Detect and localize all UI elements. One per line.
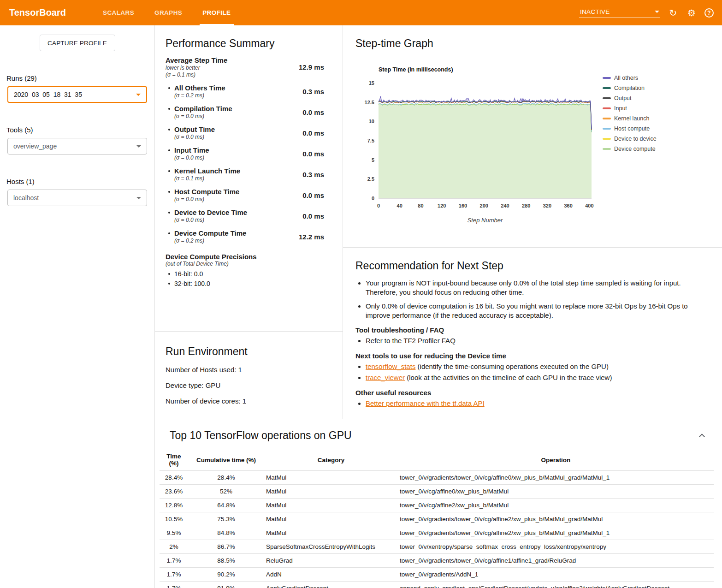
precision-item: 16-bit: 0.0 [166, 270, 324, 278]
metric-value: 0.0 ms [302, 150, 324, 158]
refresh-icon[interactable]: ↻ [668, 7, 679, 18]
metric-name: Kernel Launch Time [174, 167, 240, 175]
ops-table-row: 23.6%52%MatMultower_0/v/cg/affine0/xw_pl… [160, 485, 714, 499]
run-environment-section: Run Environment Number of Hosts used: 1D… [155, 332, 343, 405]
perf-summary-item: Output Time(σ = 0.0 ms)0.0 ms [166, 125, 324, 140]
perf-summary-item: Host Compute Time(σ = 0.0 ms)0.0 ms [166, 188, 324, 202]
metric-name: All Others Time [174, 84, 225, 92]
svg-text:120: 120 [438, 203, 446, 208]
svg-text:Step Number: Step Number [468, 217, 503, 224]
svg-text:280: 280 [522, 203, 530, 208]
svg-text:400: 400 [585, 203, 593, 208]
legend-label: All others [614, 75, 638, 81]
ops-cell: 91.9% [188, 582, 264, 588]
bullet-icon [168, 108, 170, 110]
ops-table-row: 12.8%64.8%MatMultower_0/v/cg/affine2/xw_… [160, 499, 714, 512]
tab-graphs[interactable]: GRAPHS [144, 0, 192, 25]
header-actions: INACTIVE ↻ ⚙ ? [579, 7, 714, 18]
ops-table-row: 28.4%28.4%MatMultower_0/v/gradients/towe… [160, 471, 714, 485]
ops-cell: MatMul [264, 512, 398, 526]
collapse-section-button[interactable] [696, 430, 707, 441]
sidebar: CAPTURE PROFILE Runs (29) 2020_03_05_18_… [0, 25, 154, 588]
ops-cell: tower_0/v/cg/affine0/xw_plus_b/MatMul [398, 485, 714, 499]
ops-cell: tower_0/v/gradients/tower_0/v/cg/affine0… [398, 471, 714, 485]
metric-value: 12.9 ms [299, 63, 324, 71]
recommendation-bullets: Your program is NOT input-bound because … [355, 279, 701, 320]
help-icon[interactable]: ? [704, 8, 714, 18]
ops-cell: AddN [264, 568, 398, 582]
tools-dropdown-value: overview_page [13, 143, 57, 150]
faq-list: Refer to the TF2 Profiler FAQ [355, 336, 701, 345]
legend-item: Device compute [603, 146, 657, 152]
legend-item: Input [603, 105, 657, 112]
recommendation-bullet: Your program is NOT input-bound because … [366, 279, 701, 297]
legend-swatch [603, 118, 611, 119]
precision-item: 32-bit: 100.0 [166, 280, 324, 287]
settings-gear-icon[interactable]: ⚙ [686, 7, 697, 18]
tfdata-api-link[interactable]: Better performance with the tf.data API [366, 399, 485, 407]
runs-dropdown[interactable]: 2020_03_05_18_31_35 [7, 86, 147, 103]
tab-profile[interactable]: PROFILE [192, 0, 241, 25]
legend-item: Compilation [603, 85, 657, 91]
perf-summary-item: Compilation Time(σ = 0.0 ms)0.0 ms [166, 105, 324, 119]
faq-title: Tool troubleshooting / FAQ [355, 326, 701, 334]
graph-column: Step-time Graph Step Time (in millisecon… [343, 25, 722, 419]
metric-note: lower is better [166, 65, 227, 71]
legend-label: Output [614, 95, 632, 101]
tool-link[interactable]: trace_viewer [366, 374, 405, 381]
metric-name: Host Compute Time [174, 188, 239, 196]
legend-label: Kernel launch [614, 115, 649, 122]
legend-swatch [603, 148, 611, 150]
precision-value: 32-bit: 100.0 [174, 280, 210, 287]
ops-cell: 52% [188, 485, 264, 499]
tab-scalars[interactable]: SCALARS [93, 0, 144, 25]
ops-cell: MatMul [264, 499, 398, 512]
ops-cell: 90.2% [188, 568, 264, 582]
ops-cell: 23.6% [160, 485, 188, 499]
capture-profile-button[interactable]: CAPTURE PROFILE [40, 35, 115, 51]
metric-sigma: (σ = 0.2 ms) [174, 92, 225, 99]
hosts-dropdown[interactable]: localhost [7, 190, 147, 206]
faq-item: Refer to the TF2 Profiler FAQ [366, 336, 701, 345]
bullet-icon [168, 170, 170, 172]
svg-text:0: 0 [377, 203, 380, 208]
svg-text:7.5: 7.5 [367, 138, 374, 143]
precisions-title: Device Compute Precisions [166, 253, 324, 261]
svg-text:10: 10 [369, 119, 374, 124]
nav-tabs: SCALARSGRAPHSPROFILE [93, 0, 241, 25]
precisions-note: (out of Total Device Time) [166, 261, 324, 267]
precision-value: 16-bit: 0.0 [174, 270, 203, 278]
ops-cell: 2% [160, 540, 188, 554]
perf-summary-item: All Others Time(σ = 0.2 ms)0.3 ms [166, 84, 324, 99]
tools-dropdown[interactable]: overview_page [7, 138, 147, 154]
metric-value: 0.0 ms [302, 191, 324, 199]
status-dropdown[interactable]: INACTIVE [579, 7, 660, 18]
ops-cell: tower_0/v/gradients/tower_0/v/cg/affine2… [398, 512, 714, 526]
metric-sigma: (σ = 0.2 ms) [174, 238, 246, 244]
ops-table-row: 10.5%75.3%MatMultower_0/v/gradients/towe… [160, 512, 714, 526]
chevron-down-icon [136, 94, 141, 96]
average-step-time-row: Average Step Time lower is better (σ = 0… [166, 56, 324, 78]
legend-swatch [603, 97, 611, 99]
ops-cell: MatMul [264, 471, 398, 485]
ops-cell: 10.5% [160, 512, 188, 526]
ops-table-row: 1.7%91.9%ApplyGradientDescentappend_appl… [160, 582, 714, 588]
ops-cell: tower_0/v/gradients/tower_0/v/cg/affine1… [398, 554, 714, 568]
bullet-icon [168, 149, 170, 151]
ops-cell: 64.8% [188, 499, 264, 512]
metric-sigma: (σ = 0.0 ms) [174, 196, 239, 202]
ops-cell: 75.3% [188, 512, 264, 526]
ops-table-row: 1.7%90.2%AddNtower_0/v/gradients/AddN_1 [160, 568, 714, 582]
legend-label: Host compute [614, 125, 650, 132]
bullet-icon [168, 273, 170, 275]
tool-link[interactable]: tensorflow_stats [366, 362, 415, 370]
other-resource-item: Better performance with the tf.data API [366, 399, 701, 408]
step-time-graph-title: Step-time Graph [355, 37, 717, 50]
metric-name: Input Time [174, 146, 209, 154]
ops-cell: ReluGrad [264, 554, 398, 568]
run-environment-lines: Number of Hosts used: 1Device type: GPUN… [166, 366, 332, 405]
step-time-chart[interactable]: 02.557.51012.515040801201602002402803203… [355, 78, 600, 227]
metric-sigma: (σ = 0.0 ms) [174, 217, 247, 223]
legend-item: Output [603, 95, 657, 101]
ops-cell: 28.4% [160, 471, 188, 485]
